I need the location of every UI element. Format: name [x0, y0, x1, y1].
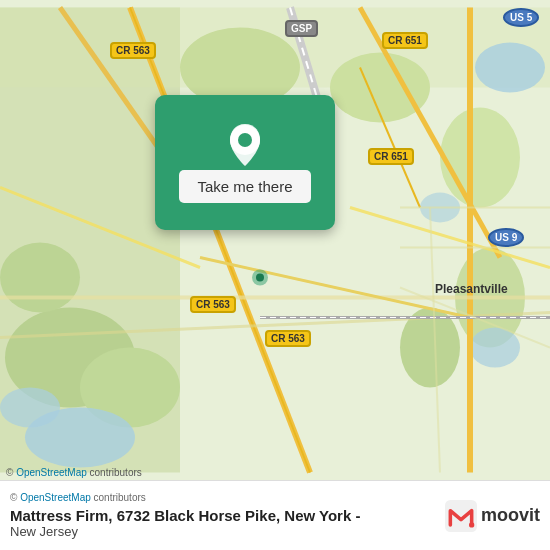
road-badge-cr563-bot2: CR 563: [265, 330, 311, 347]
svg-point-12: [475, 43, 545, 93]
svg-point-39: [469, 522, 474, 527]
svg-point-7: [440, 108, 520, 208]
road-badge-cr651-top: CR 651: [382, 32, 428, 49]
app-container: CR 563 GSP CR 651 US 5 CR 651 US 9 CR 56…: [0, 0, 550, 550]
svg-point-11: [0, 388, 60, 428]
pleasantville-label: Pleasantville: [435, 282, 508, 296]
take-me-there-button[interactable]: Take me there: [179, 170, 310, 203]
road-badge-us9: US 9: [488, 228, 524, 247]
osm-credit-map: © OpenStreetMap contributors: [6, 467, 142, 478]
road-badge-cr563-bot1: CR 563: [190, 296, 236, 313]
road-badge-cr563-top: CR 563: [110, 42, 156, 59]
road-badge-us5: US 5: [503, 8, 539, 27]
svg-point-3: [0, 243, 80, 313]
info-left: © OpenStreetMap contributors Mattress Fi…: [10, 492, 435, 539]
osm-credit-bottom: © OpenStreetMap contributors: [10, 492, 435, 503]
moovit-icon: [445, 500, 477, 532]
map-svg: [0, 0, 550, 480]
location-name: Mattress Firm, 6732 Black Horse Pike, Ne…: [10, 507, 435, 524]
svg-point-35: [256, 274, 264, 282]
location-address: New Jersey: [10, 524, 435, 539]
info-bar: © OpenStreetMap contributors Mattress Fi…: [0, 480, 550, 550]
moovit-text: moovit: [481, 505, 540, 526]
popup-card: Take me there: [155, 95, 335, 230]
map-container: CR 563 GSP CR 651 US 5 CR 651 US 9 CR 56…: [0, 0, 550, 480]
road-badge-cr651-mid: CR 651: [368, 148, 414, 165]
pin-icon: [225, 122, 265, 162]
road-badge-gsp: GSP: [285, 20, 318, 37]
moovit-logo: moovit: [445, 500, 540, 532]
svg-point-37: [238, 133, 252, 147]
